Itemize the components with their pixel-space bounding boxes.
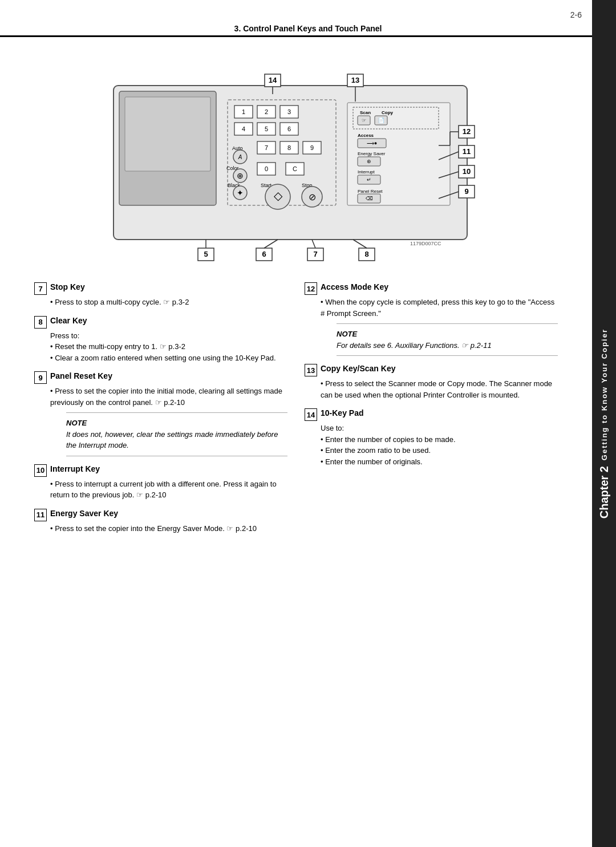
svg-text:14: 14 (269, 76, 277, 84)
key-7-title: Stop Key (50, 282, 85, 291)
svg-text:Panel Reset: Panel Reset (358, 189, 383, 194)
key-14-body: Use to: Enter the number of copies to be… (305, 423, 558, 467)
key-8-title: Clear Key (50, 316, 87, 325)
key-11-energy-saver: 11 Energy Saver Key Press to set the cop… (34, 509, 287, 534)
control-panel-diagram: 1 2 3 4 5 6 Auto A 7 8 9 Color (102, 54, 490, 271)
svg-text:11: 11 (463, 147, 471, 156)
key-13-item-1: Press to select the Scanner mode or Copy… (321, 378, 558, 400)
key-13-title: Copy Key/Scan Key (321, 364, 396, 373)
svg-text:9: 9 (464, 187, 468, 196)
key-12-title: Access Mode Key (321, 282, 388, 291)
key-7-stop: 7 Stop Key Press to stop a multi-copy cy… (34, 282, 287, 308)
svg-text:⊛: ⊛ (367, 159, 371, 164)
key-14-10key-pad: 14 10-Key Pad Use to: Enter the number o… (305, 408, 558, 467)
svg-text:1179D007CC: 1179D007CC (410, 241, 441, 246)
diagram-container: 1 2 3 4 5 6 Auto A 7 8 9 Color (34, 54, 558, 271)
chapter-title: 3. Control Panel Keys and Touch Panel (0, 22, 616, 37)
key-14-title-row: 14 10-Key Pad (305, 408, 558, 421)
key-11-title-row: 11 Energy Saver Key (34, 509, 287, 521)
key-14-title: 10-Key Pad (321, 408, 363, 418)
svg-line-92 (353, 240, 367, 248)
right-column: 12 Access Mode Key When the copy cycle i… (305, 282, 558, 542)
svg-text:A: A (238, 154, 242, 160)
key-11-item-1: Press to set the copier into the Energy … (50, 523, 287, 534)
key-12-note-label: NOTE (337, 330, 357, 338)
key-9-number: 9 (34, 371, 47, 384)
key-10-number: 10 (34, 464, 47, 477)
key-9-title: Panel Reset Key (50, 371, 112, 380)
key-12-body: When the copy cycle is completed, press … (305, 297, 558, 356)
chapter-sidebar: Getting to Know Your Copier Chapter 2 (592, 0, 616, 847)
svg-text:12: 12 (463, 127, 471, 136)
key-12-number: 12 (305, 282, 317, 295)
svg-text:Energy Saver: Energy Saver (358, 151, 386, 156)
svg-text:9: 9 (310, 144, 314, 151)
svg-text:8: 8 (287, 144, 291, 151)
key-9-title-row: 9 Panel Reset Key (34, 371, 287, 384)
svg-text:10: 10 (463, 167, 471, 176)
svg-text:⊘: ⊘ (309, 192, 316, 202)
key-14-number: 14 (305, 408, 317, 421)
key-9-panel-reset: 9 Panel Reset Key Press to set the copie… (34, 371, 287, 456)
key-7-body: Press to stop a multi-copy cycle. ☞ p.3-… (34, 297, 287, 308)
key-8-item-2: Clear a zoom ratio entered when setting … (50, 352, 287, 364)
svg-text:4: 4 (242, 125, 245, 132)
key-9-note-label: NOTE (66, 419, 87, 427)
key-13-copy-scan: 13 Copy Key/Scan Key Press to select the… (305, 364, 558, 400)
svg-text:◇: ◇ (274, 189, 283, 202)
svg-text:8: 8 (364, 250, 368, 258)
svg-text:↵: ↵ (367, 177, 371, 183)
key-14-item-1: Enter the number of copies to be made. (321, 434, 558, 445)
key-10-title-row: 10 Interrupt Key (34, 464, 287, 477)
svg-text:☞: ☞ (362, 117, 366, 123)
key-9-note: NOTE It does not, however, clear the set… (66, 412, 287, 456)
svg-text:6: 6 (287, 125, 291, 132)
svg-text:3: 3 (287, 108, 291, 115)
left-column: 7 Stop Key Press to stop a multi-copy cy… (34, 282, 287, 542)
key-10-interrupt: 10 Interrupt Key Press to interrupt a cu… (34, 464, 287, 501)
svg-text:Interrupt: Interrupt (358, 169, 375, 175)
key-10-body: Press to interrupt a current job with a … (34, 479, 287, 501)
svg-text:2: 2 (265, 108, 268, 115)
key-10-title: Interrupt Key (50, 464, 100, 473)
svg-text:5: 5 (204, 250, 208, 258)
key-12-note-text: For details see 6. Auxiliary Functions. … (337, 340, 558, 351)
key-descriptions: 7 Stop Key Press to stop a multi-copy cy… (34, 282, 558, 542)
key-7-title-row: 7 Stop Key (34, 282, 287, 295)
svg-text:✦: ✦ (237, 188, 244, 197)
svg-text:5: 5 (265, 125, 268, 132)
key-12-title-row: 12 Access Mode Key (305, 282, 558, 295)
key-13-title-row: 13 Copy Key/Scan Key (305, 364, 558, 376)
svg-text:Copy: Copy (382, 110, 394, 115)
key-12-access-mode: 12 Access Mode Key When the copy cycle i… (305, 282, 558, 356)
key-9-body: Press to set the copier into the initial… (34, 386, 287, 456)
svg-text:⊕: ⊕ (237, 171, 244, 180)
svg-text:6: 6 (262, 250, 266, 258)
svg-line-91 (312, 240, 315, 248)
svg-text:1: 1 (242, 108, 245, 115)
key-7-number: 7 (34, 282, 47, 295)
key-11-title: Energy Saver Key (50, 509, 118, 518)
main-content: 1 2 3 4 5 6 Auto A 7 8 9 Color (0, 37, 592, 559)
key-8-title-row: 8 Clear Key (34, 316, 287, 329)
svg-text:⌫: ⌫ (366, 196, 373, 201)
key-8-number: 8 (34, 316, 47, 329)
svg-text:0: 0 (265, 165, 268, 172)
key-8-item-1: Reset the multi-copy entry to 1. ☞ p.3-2 (50, 341, 287, 352)
svg-text:⟶●: ⟶● (367, 140, 377, 146)
key-12-note: NOTE For details see 6. Auxiliary Functi… (337, 323, 558, 356)
page-number-area: 2-6 (0, 0, 616, 22)
key-14-item-3: Enter the number of originals. (321, 456, 558, 468)
svg-text:7: 7 (313, 250, 317, 258)
key-10-item-1: Press to interrupt a current job with a … (50, 479, 287, 501)
page-number: 2-6 (570, 10, 582, 19)
svg-text:C: C (293, 165, 297, 172)
svg-text:Scan: Scan (360, 110, 371, 115)
key-9-note-text: It does not, however, clear the settings… (66, 429, 287, 451)
key-11-number: 11 (34, 509, 47, 521)
key-8-body: Press to: Reset the multi-copy entry to … (34, 330, 287, 364)
svg-text:📄: 📄 (378, 117, 385, 124)
svg-line-90 (264, 240, 278, 248)
key-12-item-1: When the copy cycle is completed, press … (321, 297, 558, 319)
key-13-number: 13 (305, 364, 317, 376)
